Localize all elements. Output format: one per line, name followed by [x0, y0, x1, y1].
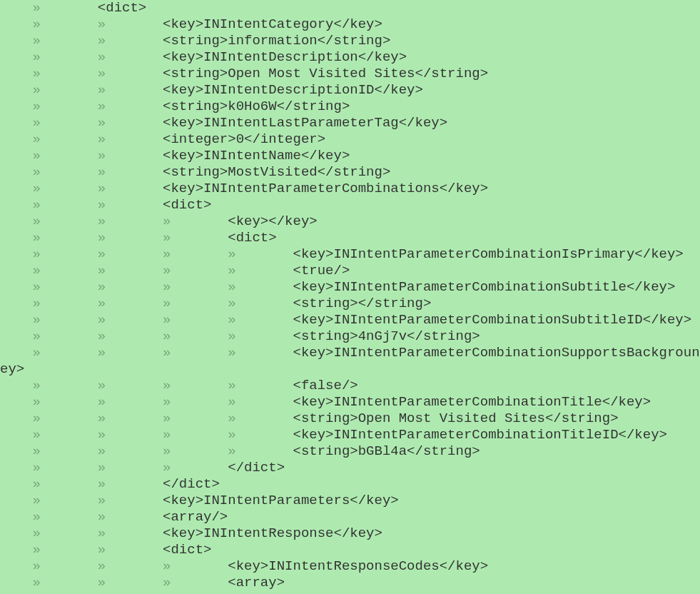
- code-text: <dict>: [228, 230, 276, 246]
- tab-indicator-icon: »: [98, 99, 163, 114]
- tab-indicator-icon: »: [98, 558, 163, 574]
- code-line: » » » <array>: [0, 575, 700, 591]
- code-text: <integer>0</integer>: [163, 131, 325, 147]
- tab-indicator-icon: »: [98, 443, 163, 459]
- code-text: <key>INIntentParameters</key>: [163, 493, 399, 508]
- code-text: <key>INIntentParameterCombinationSubtitl…: [293, 312, 691, 328]
- code-line: » » <string>MostVisited</string>: [0, 164, 700, 181]
- tab-indicator-icon: »: [163, 345, 228, 361]
- tab-indicator-icon: »: [33, 0, 98, 16]
- code-text: <false/>: [293, 378, 357, 393]
- tab-indicator-icon: »: [228, 394, 293, 410]
- tab-indicator-icon: »: [33, 131, 98, 147]
- code-text: ey>: [0, 361, 24, 377]
- tab-indicator-icon: »: [33, 476, 98, 492]
- tab-indicator-icon: »: [98, 493, 163, 508]
- code-line-wrap: ey>: [0, 361, 700, 378]
- tab-indicator-icon: »: [33, 82, 98, 98]
- code-text: <dict>: [98, 0, 146, 16]
- tab-indicator-icon: »: [98, 131, 163, 147]
- code-line: » » » » <true/>: [0, 263, 700, 279]
- code-text: <string>information</string>: [163, 33, 390, 49]
- tab-indicator-icon: »: [163, 312, 228, 328]
- code-line: » » <key>INIntentResponse</key>: [0, 525, 700, 542]
- tab-indicator-icon: »: [98, 213, 163, 229]
- tab-indicator-icon: »: [98, 197, 163, 213]
- tab-indicator-icon: »: [33, 197, 98, 213]
- tab-indicator-icon: »: [33, 312, 98, 328]
- tab-indicator-icon: »: [33, 427, 98, 443]
- code-line: » » » » <key>INIntentParameterCombinatio…: [0, 246, 700, 263]
- tab-indicator-icon: »: [98, 378, 163, 393]
- tab-indicator-icon: »: [33, 164, 98, 180]
- code-text: <dict>: [163, 542, 211, 558]
- tab-indicator-icon: »: [228, 263, 293, 278]
- code-line: » » <string>Open Most Visited Sites</str…: [0, 66, 700, 82]
- tab-indicator-icon: »: [98, 66, 163, 81]
- tab-indicator-icon: »: [228, 378, 293, 393]
- code-text: <key>INIntentCategory</key>: [163, 16, 382, 32]
- tab-indicator-icon: »: [33, 296, 98, 311]
- tab-indicator-icon: »: [33, 328, 98, 344]
- tab-indicator-icon: »: [33, 148, 98, 163]
- code-text: <key>INIntentResponseCodes</key>: [228, 558, 488, 574]
- tab-indicator-icon: »: [163, 213, 228, 229]
- tab-indicator-icon: »: [98, 328, 163, 344]
- code-text: <key>INIntentParameterCombinationTitle</…: [293, 394, 651, 410]
- code-text: <key>INIntentDescriptionID</key>: [163, 82, 423, 98]
- tab-indicator-icon: »: [98, 246, 163, 262]
- code-text: <string>4nGj7v</string>: [293, 328, 480, 344]
- tab-indicator-icon: »: [33, 394, 98, 410]
- code-line: » » » » <false/>: [0, 378, 700, 394]
- tab-indicator-icon: »: [33, 493, 98, 508]
- tab-indicator-icon: »: [33, 411, 98, 426]
- tab-indicator-icon: »: [33, 33, 98, 49]
- code-line: » » <dict>: [0, 197, 700, 213]
- code-line: » » » » <key>INIntentParameterCombinatio…: [0, 279, 700, 296]
- code-line: » » » <dict>: [0, 230, 700, 246]
- code-line: » » <key>INIntentDescription</key>: [0, 49, 700, 66]
- tab-indicator-icon: »: [33, 509, 98, 525]
- code-text: <array/>: [163, 509, 228, 525]
- tab-indicator-icon: »: [228, 427, 293, 443]
- tab-indicator-icon: »: [33, 443, 98, 459]
- code-text: <key>INIntentParameterCombinations</key>: [163, 181, 488, 196]
- tab-indicator-icon: »: [228, 246, 293, 262]
- code-text: <dict>: [163, 197, 211, 213]
- tab-indicator-icon: »: [33, 378, 98, 393]
- code-text: <key>INIntentName</key>: [163, 148, 350, 163]
- tab-indicator-icon: »: [98, 181, 163, 196]
- code-line: » » <key>INIntentParameters</key>: [0, 493, 700, 509]
- tab-indicator-icon: »: [163, 296, 228, 311]
- tab-indicator-icon: »: [228, 296, 293, 311]
- code-text: <true/>: [293, 263, 350, 278]
- tab-indicator-icon: »: [98, 16, 163, 32]
- tab-indicator-icon: »: [33, 575, 98, 590]
- code-line: » » <key>INIntentName</key>: [0, 148, 700, 164]
- tab-indicator-icon: »: [163, 263, 228, 278]
- code-line: » » » </dict>: [0, 460, 700, 476]
- tab-indicator-icon: »: [98, 460, 163, 475]
- tab-indicator-icon: »: [33, 345, 98, 361]
- tab-indicator-icon: »: [163, 328, 228, 344]
- code-line: » » <key>INIntentParameterCombinations</…: [0, 181, 700, 197]
- code-line: » » <integer>0</integer>: [0, 131, 700, 148]
- tab-indicator-icon: »: [163, 558, 228, 574]
- tab-indicator-icon: »: [33, 49, 98, 65]
- tab-indicator-icon: »: [98, 33, 163, 49]
- code-text: <key>INIntentParameterCombinationSubtitl…: [293, 279, 675, 295]
- tab-indicator-icon: »: [98, 164, 163, 180]
- tab-indicator-icon: »: [33, 263, 98, 278]
- code-line: » » <key>INIntentLastParameterTag</key>: [0, 115, 700, 131]
- tab-indicator-icon: »: [33, 246, 98, 262]
- tab-indicator-icon: »: [33, 66, 98, 81]
- code-text: <string>Open Most Visited Sites</string>: [293, 411, 618, 426]
- tab-indicator-icon: »: [98, 525, 163, 541]
- code-text: <string></string>: [293, 296, 431, 311]
- tab-indicator-icon: »: [228, 411, 293, 426]
- tab-indicator-icon: »: [33, 115, 98, 131]
- code-text: <key>INIntentParameterCombinationIsPrima…: [293, 246, 683, 262]
- code-line: » » <key>INIntentDescriptionID</key>: [0, 82, 700, 99]
- tab-indicator-icon: »: [98, 312, 163, 328]
- code-text: <key>INIntentResponse</key>: [163, 525, 382, 541]
